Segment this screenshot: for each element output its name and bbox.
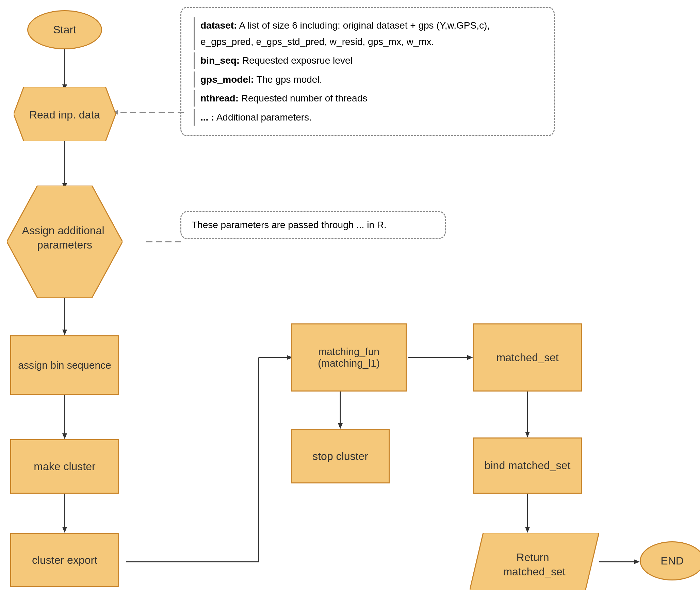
svg-marker-5 xyxy=(62,330,67,335)
svg-marker-9 xyxy=(62,527,67,533)
end-node: END xyxy=(640,541,700,580)
svg-text:Read inp. data: Read inp. data xyxy=(29,109,100,121)
svg-marker-17 xyxy=(467,355,473,360)
assign-bin-node: assign bin sequence xyxy=(10,335,119,395)
bind-matched-node: bind matched_set xyxy=(473,437,582,494)
svg-marker-7 xyxy=(62,433,67,439)
svg-marker-19 xyxy=(525,432,530,437)
start-node: Start xyxy=(27,10,102,49)
small-annotation-box: These parameters are passed through ... … xyxy=(180,211,446,239)
flowchart: Start Read inp. data Assign additional p… xyxy=(0,0,700,590)
svg-marker-23 xyxy=(634,559,640,564)
svg-marker-21 xyxy=(525,527,530,533)
stop-cluster-node: stop cluster xyxy=(291,429,390,483)
assign-params-node: Assign additional parameters xyxy=(7,186,123,298)
read-inp-node: Read inp. data xyxy=(14,87,116,141)
cluster-export-node: cluster export xyxy=(10,533,119,587)
return-matched-node: Return matched_set xyxy=(470,533,599,590)
matched-set-node: matched_set xyxy=(473,323,582,392)
make-cluster-node: make cluster xyxy=(10,439,119,494)
svg-marker-15 xyxy=(338,423,343,429)
matching-fun-node: matching_fun (matching_l1) xyxy=(291,323,407,392)
main-annotation-box: dataset: A list of size 6 including: ori… xyxy=(180,7,555,136)
